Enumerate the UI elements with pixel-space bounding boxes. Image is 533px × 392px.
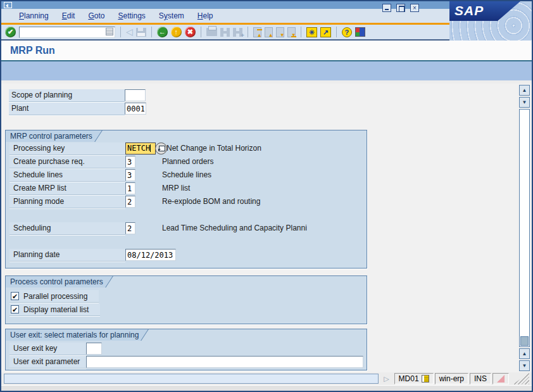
toolbar-separator — [120, 27, 121, 37]
save-icon[interactable] — [136, 28, 146, 37]
new-session-icon[interactable]: ✳ — [306, 27, 317, 37]
menu-help[interactable]: Help — [198, 11, 213, 20]
scroll-up-icon[interactable]: ▲ — [519, 348, 530, 359]
sap-branding-area: SAP — [449, 1, 532, 41]
user-exit-key-label: User exit key — [9, 343, 86, 355]
command-dropdown-icon[interactable] — [106, 28, 113, 35]
transaction-code: MD01 — [399, 374, 419, 383]
create-shortcut-icon[interactable]: ↗ — [320, 27, 331, 37]
parallel-processing-row: ✔ Parallel processing — [9, 290, 99, 303]
vertical-scrollbar: ▲ ▼ ▲ ▼ — [519, 85, 530, 371]
menu-goto[interactable]: Goto — [88, 11, 104, 20]
planning-mode-desc: Re-explode BOM and routing — [162, 196, 260, 208]
performance-icon — [497, 375, 505, 383]
application-toolbar — [1, 61, 532, 80]
next-page-icon[interactable]: ▼ — [276, 27, 284, 37]
close-button[interactable]: × — [410, 4, 419, 12]
previous-page-icon[interactable]: ▲ — [265, 27, 273, 37]
parallel-processing-checkbox[interactable]: ✔ — [11, 292, 19, 300]
group-title-tab: MRP control parameters — [6, 130, 94, 142]
exit-icon[interactable]: ↑ — [171, 27, 182, 37]
plant-input[interactable] — [125, 103, 146, 115]
user-exit-group: User exit: select materials for planning… — [5, 329, 367, 370]
status-message-field — [4, 374, 379, 384]
scroll-up-icon[interactable]: ▲ — [519, 85, 530, 96]
window-controls: × — [382, 4, 419, 12]
scope-of-planning-label: Scope of planning — [9, 89, 125, 102]
enter-icon[interactable]: ✔ — [5, 27, 16, 37]
customize-layout-icon[interactable] — [355, 27, 365, 37]
insert-mode-box[interactable]: INS — [470, 373, 491, 384]
last-page-icon[interactable]: ▼ — [287, 27, 296, 37]
first-page-icon[interactable]: ▲ — [253, 27, 261, 37]
dynpro-content: Scope of planning Plant MRP control para… — [1, 84, 517, 372]
cancel-icon[interactable]: ✖ — [185, 27, 196, 37]
back-icon[interactable]: ← — [157, 27, 168, 37]
display-material-list-checkbox[interactable]: ✔ — [11, 305, 19, 313]
back-triangle-icon[interactable]: ◁ — [126, 27, 133, 37]
window-bottom-chrome — [1, 385, 532, 391]
insert-mode: INS — [474, 374, 487, 383]
user-exit-parameter-input[interactable] — [86, 356, 363, 368]
create-mrp-list-input[interactable] — [125, 182, 135, 194]
minimize-button[interactable] — [382, 4, 391, 12]
create-purchase-req-desc: Planned orders — [162, 156, 213, 168]
print-icon[interactable] — [206, 28, 217, 36]
performance-box[interactable] — [492, 373, 509, 384]
maximize-button[interactable] — [396, 4, 405, 12]
window-menu-icon[interactable] — [4, 2, 12, 8]
processing-key-label: Processing key — [9, 142, 125, 155]
menu-edit[interactable]: Edit — [62, 11, 75, 20]
scroll-down-icon[interactable]: ▼ — [519, 97, 530, 108]
command-field-wrap — [19, 26, 115, 38]
transaction-box[interactable]: MD01 — [394, 373, 434, 384]
session-list-icon — [422, 375, 429, 383]
scheduling-label: Scheduling — [9, 222, 125, 235]
text-cursor — [150, 144, 151, 152]
menu-planning[interactable]: Planning — [19, 11, 49, 20]
planning-mode-input[interactable] — [125, 196, 135, 208]
toolbar-separator — [336, 27, 337, 37]
create-purchase-req-input[interactable] — [125, 156, 135, 168]
schedule-lines-desc: Schedule lines — [162, 169, 211, 182]
process-control-parameters-group: Process control parameters ✔ Parallel pr… — [5, 275, 367, 324]
group-title-tab: User exit: select materials for planning — [6, 329, 140, 341]
screen-title-area: MRP Run — [1, 41, 532, 61]
group-title-tab: Process control parameters — [6, 276, 104, 288]
display-material-list-row: ✔ Display material list — [9, 303, 100, 316]
planning-date-input[interactable] — [125, 249, 176, 261]
scheduling-input[interactable] — [125, 222, 135, 234]
scrollbar-thumb[interactable] — [520, 336, 529, 346]
processing-key-input[interactable]: NETCH — [125, 142, 156, 155]
toolbar-separator — [201, 27, 201, 37]
checkmark-icon: ✔ — [12, 293, 18, 300]
status-expand-icon[interactable]: ▷ — [384, 375, 389, 383]
find-next-icon[interactable]: + — [233, 28, 242, 37]
menu-system[interactable]: System — [159, 11, 184, 20]
user-exit-key-input[interactable] — [86, 343, 102, 355]
schedule-lines-input[interactable] — [125, 169, 135, 181]
plant-label: Plant — [9, 103, 125, 115]
find-icon[interactable] — [220, 28, 230, 37]
help-icon[interactable]: ? — [342, 27, 352, 37]
matchcode-button[interactable] — [155, 142, 167, 155]
toolbar-separator — [248, 27, 248, 37]
system-box[interactable]: win-erp — [435, 373, 468, 384]
resize-grip[interactable] — [513, 373, 529, 384]
schedule-lines-label: Schedule lines — [9, 169, 125, 182]
menu-settings[interactable]: Settings — [118, 11, 145, 20]
checkmark-icon: ✔ — [12, 306, 18, 313]
planning-mode-label: Planning mode — [9, 196, 125, 208]
scrollbar-track[interactable] — [519, 109, 530, 347]
command-field[interactable] — [19, 27, 115, 38]
create-mrp-list-desc: MRP list — [162, 182, 190, 195]
sap-logo: SAP — [449, 1, 520, 21]
user-exit-parameter-label: User exit parameter — [9, 356, 86, 369]
toolbar-separator — [301, 27, 301, 37]
scope-of-planning-input[interactable] — [125, 89, 146, 101]
page-title: MRP Run — [10, 45, 55, 56]
mrp-control-parameters-group: MRP control parameters Processing key NE… — [5, 130, 367, 269]
display-material-list-label: Display material list — [23, 305, 89, 314]
create-mrp-list-label: Create MRP list — [9, 182, 125, 195]
scroll-down-icon[interactable]: ▼ — [519, 360, 530, 371]
